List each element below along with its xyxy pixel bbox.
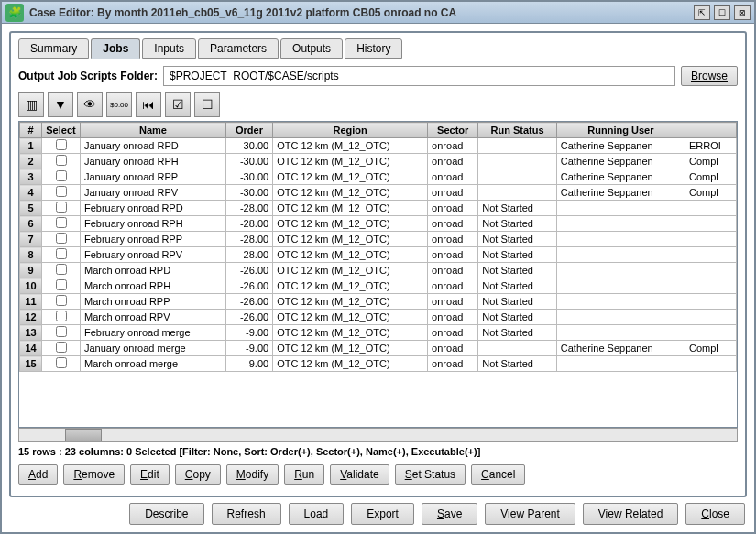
view-related-button[interactable]: View Related xyxy=(583,503,679,525)
select-cell[interactable] xyxy=(42,263,81,278)
ext-cell xyxy=(685,310,737,325)
cancel-button[interactable]: Cancel xyxy=(471,464,525,485)
columns-icon[interactable]: ▥ xyxy=(18,92,44,117)
column-header[interactable]: Running User xyxy=(556,123,685,138)
row-checkbox[interactable] xyxy=(56,155,67,166)
titlebar[interactable]: 🧩 Case Editor: By month 2011eh_cb05_v6_1… xyxy=(2,2,754,24)
row-checkbox[interactable] xyxy=(56,139,67,150)
select-cell[interactable] xyxy=(42,278,81,294)
select-cell[interactable] xyxy=(42,169,81,185)
table-row[interactable]: 9March onroad RPD-26.00OTC 12 km (M_12_O… xyxy=(20,263,737,278)
row-checkbox[interactable] xyxy=(56,342,67,353)
row-checkbox[interactable] xyxy=(56,202,67,213)
column-header[interactable] xyxy=(685,123,737,138)
table-row[interactable]: 2January onroad RPH-30.00OTC 12 km (M_12… xyxy=(20,154,737,169)
row-checkbox[interactable] xyxy=(56,217,67,228)
status-cell: Not Started xyxy=(478,310,557,325)
tab-inputs[interactable]: Inputs xyxy=(142,38,196,59)
load-button[interactable]: Load xyxy=(289,503,345,525)
select-cell[interactable] xyxy=(42,216,81,232)
eye-icon[interactable]: 👁 xyxy=(77,92,103,117)
browse-button[interactable]: Browse xyxy=(681,66,738,86)
row-checkbox[interactable] xyxy=(56,326,67,337)
row-checkbox[interactable] xyxy=(56,295,67,306)
row-checkbox[interactable] xyxy=(56,186,67,197)
table-row[interactable]: 5February onroad RPD-28.00OTC 12 km (M_1… xyxy=(20,201,737,216)
jobs-grid[interactable]: #SelectNameOrderRegionSectorRun StatusRu… xyxy=(18,121,738,428)
describe-button[interactable]: Describe xyxy=(129,503,203,525)
order-cell: -28.00 xyxy=(225,201,272,216)
row-checkbox[interactable] xyxy=(56,311,67,321)
row-checkbox[interactable] xyxy=(56,233,67,244)
close-button[interactable]: Close xyxy=(685,503,745,525)
row-checkbox[interactable] xyxy=(56,248,67,259)
first-icon[interactable]: ⏮ xyxy=(136,92,161,117)
column-header[interactable]: Sector xyxy=(428,123,478,138)
column-header[interactable]: Name xyxy=(81,123,226,138)
table-row[interactable]: 1January onroad RPD-30.00OTC 12 km (M_12… xyxy=(20,138,737,154)
row-checkbox[interactable] xyxy=(56,357,67,368)
table-row[interactable]: 13February onroad merge-9.00OTC 12 km (M… xyxy=(20,325,737,341)
tab-jobs[interactable]: Jobs xyxy=(91,38,140,59)
column-header[interactable]: Order xyxy=(225,123,272,138)
view-parent-button[interactable]: View Parent xyxy=(485,503,575,525)
close-icon[interactable]: ⊠ xyxy=(734,5,751,20)
validate-button[interactable]: Validate xyxy=(330,464,389,485)
uncheck-icon[interactable]: ☐ xyxy=(194,92,220,117)
select-cell[interactable] xyxy=(42,341,81,356)
select-cell[interactable] xyxy=(42,232,81,247)
table-row[interactable]: 12March onroad RPV-26.00OTC 12 km (M_12_… xyxy=(20,310,737,325)
filter-icon[interactable]: ▼ xyxy=(48,92,73,117)
check-icon[interactable]: ☑ xyxy=(165,92,191,117)
remove-button[interactable]: Remove xyxy=(63,464,125,485)
select-cell[interactable] xyxy=(42,138,81,154)
select-cell[interactable] xyxy=(42,294,81,310)
tab-outputs[interactable]: Outputs xyxy=(280,38,343,59)
save-button[interactable]: Save xyxy=(422,503,477,525)
table-row[interactable]: 15March onroad merge-9.00OTC 12 km (M_12… xyxy=(20,356,737,372)
select-cell[interactable] xyxy=(42,154,81,169)
table-row[interactable]: 7February onroad RPP-28.00OTC 12 km (M_1… xyxy=(20,232,737,247)
modify-button[interactable]: Modify xyxy=(226,464,279,485)
select-cell[interactable] xyxy=(42,356,81,372)
add-button[interactable]: Add xyxy=(18,464,58,485)
row-checkbox[interactable] xyxy=(56,170,67,181)
edit-button[interactable]: Edit xyxy=(130,464,170,485)
folder-input[interactable] xyxy=(163,66,675,86)
maximize-icon[interactable]: ☐ xyxy=(714,5,730,20)
folder-row: Output Job Scripts Folder: Browse xyxy=(18,66,738,86)
refresh-button[interactable]: Refresh xyxy=(212,503,281,525)
format-icon[interactable]: $0.00 xyxy=(106,92,132,117)
select-cell[interactable] xyxy=(42,201,81,216)
horizontal-scrollbar[interactable] xyxy=(18,428,738,442)
tab-history[interactable]: History xyxy=(345,38,402,59)
set-status-button[interactable]: Set Status xyxy=(395,464,466,485)
run-button[interactable]: Run xyxy=(284,464,324,485)
tab-summary[interactable]: Summary xyxy=(18,38,89,59)
tab-parameters[interactable]: Parameters xyxy=(198,38,279,59)
column-header[interactable]: Select xyxy=(42,123,81,138)
order-cell: -26.00 xyxy=(225,263,272,278)
region-cell: OTC 12 km (M_12_OTC) xyxy=(273,356,428,372)
table-row[interactable]: 3January onroad RPP-30.00OTC 12 km (M_12… xyxy=(20,169,737,185)
table-row[interactable]: 4January onroad RPV-30.00OTC 12 km (M_12… xyxy=(20,185,737,201)
table-row[interactable]: 11March onroad RPP-26.00OTC 12 km (M_12_… xyxy=(20,294,737,310)
select-cell[interactable] xyxy=(42,247,81,263)
table-row[interactable]: 10March onroad RPH-26.00OTC 12 km (M_12_… xyxy=(20,278,737,294)
export-button[interactable]: Export xyxy=(351,503,414,525)
table-row[interactable]: 6February onroad RPH-28.00OTC 12 km (M_1… xyxy=(20,216,737,232)
column-header[interactable]: Region xyxy=(273,123,428,138)
select-cell[interactable] xyxy=(42,310,81,325)
table-row[interactable]: 8February onroad RPV-28.00OTC 12 km (M_1… xyxy=(20,247,737,263)
minimize-icon[interactable]: ⇱ xyxy=(694,5,710,20)
column-header[interactable]: Run Status xyxy=(478,123,557,138)
table-row[interactable]: 14January onroad merge-9.00OTC 12 km (M_… xyxy=(20,341,737,356)
scroll-thumb[interactable] xyxy=(65,429,102,441)
row-checkbox[interactable] xyxy=(56,279,67,290)
select-cell[interactable] xyxy=(42,185,81,201)
ext-cell: Compl xyxy=(685,154,737,169)
column-header[interactable]: # xyxy=(20,123,42,138)
select-cell[interactable] xyxy=(42,325,81,341)
copy-button[interactable]: Copy xyxy=(175,464,221,485)
row-checkbox[interactable] xyxy=(56,264,67,275)
